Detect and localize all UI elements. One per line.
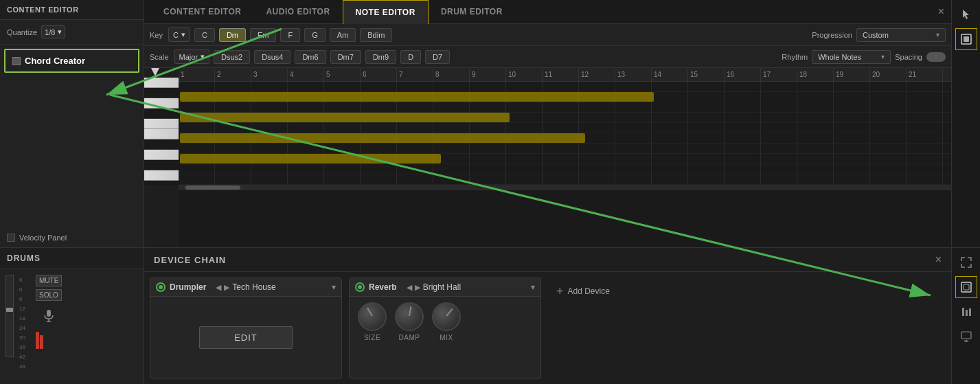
svg-rect-5 <box>961 282 971 292</box>
mic-icon <box>36 309 62 323</box>
note-bar-1[interactable] <box>180 92 654 102</box>
drums-fader[interactable]: 60612182430364248 <box>5 275 14 357</box>
chord-btn-Dsus4[interactable]: Dsus4 <box>254 50 290 64</box>
velocity-panel-checkbox[interactable] <box>7 234 15 242</box>
content-editor-title: CONTENT EDITOR <box>7 5 79 14</box>
chord-btn-Dm[interactable]: Dm <box>219 28 246 42</box>
svg-rect-10 <box>961 332 971 339</box>
expand-icon[interactable] <box>955 251 977 273</box>
reverb-preset: Bright Hall <box>423 282 461 292</box>
knob-damp-label: DAMP <box>399 334 420 341</box>
spacing-toggle[interactable] <box>926 52 946 62</box>
knob-mix[interactable] <box>432 302 461 331</box>
solo-button[interactable]: SOLO <box>36 289 62 301</box>
svg-rect-9 <box>969 308 971 316</box>
progression-arrow-icon: ▾ <box>936 31 939 38</box>
device-chain-close-icon[interactable]: × <box>935 253 942 266</box>
tab-drum-editor[interactable]: DRUM EDITOR <box>429 0 515 23</box>
rhythm-select[interactable]: Whole Notes ▾ <box>812 50 891 64</box>
key-arrow-icon: ▾ <box>181 30 185 39</box>
add-device-label: Add Device <box>568 286 610 296</box>
chord-btn-G[interactable]: G <box>304 28 326 42</box>
key-select[interactable]: C ▾ <box>168 27 190 42</box>
mixer-icon[interactable] <box>955 301 977 323</box>
reverb-nav: ◀ ▶ Bright Hall <box>407 282 461 292</box>
knob-damp-container: DAMP <box>395 302 424 341</box>
chord-btn-F[interactable]: F <box>280 28 300 42</box>
add-device-plus-icon: + <box>556 284 564 299</box>
chord-btn-Em[interactable]: Em <box>250 28 277 42</box>
drumpler-preset: Tech House <box>232 282 275 292</box>
device-chain-title: DEVICE CHAIN <box>154 255 226 265</box>
tab-audio-editor[interactable]: AUDIO EDITOR <box>253 0 342 23</box>
note-bar-4[interactable] <box>180 154 441 163</box>
piano-roll-grid[interactable]: 1 2 3 4 5 6 7 8 9 10 11 12 13 <box>179 68 951 247</box>
quantize-label: Quantize <box>7 28 37 36</box>
channel-strip: MUTE SOLO <box>36 275 62 349</box>
progression-select[interactable]: Custom ▾ <box>856 28 946 42</box>
chord-creator-section[interactable]: Chord Creator <box>4 49 139 73</box>
chord-btn-Am[interactable]: Am <box>330 28 356 42</box>
chord-btn-C[interactable]: C <box>194 28 215 42</box>
piano-keys <box>144 68 179 185</box>
progression-section: Progression Custom ▾ <box>812 28 946 42</box>
quantize-arrow-icon: ▾ <box>58 27 62 36</box>
add-device-button[interactable]: + Add Device <box>548 278 618 305</box>
right-panel <box>951 0 980 247</box>
knob-damp[interactable] <box>395 302 424 331</box>
reverb-next-icon[interactable]: ▶ <box>415 283 420 292</box>
rhythm-label: Rhythm <box>782 53 808 61</box>
editor-tabs: CONTENT EDITOR AUDIO EDITOR NOTE EDITOR … <box>144 0 951 24</box>
note-bar-2[interactable] <box>180 113 510 122</box>
cursor-icon <box>955 3 977 25</box>
rhythm-value: Whole Notes <box>818 53 878 61</box>
device-view-icon[interactable] <box>955 276 977 298</box>
scale-select[interactable]: Major ▾ <box>174 49 210 64</box>
chord-btn-Dsus2[interactable]: Dsus2 <box>214 50 250 64</box>
note-bar-3[interactable] <box>180 133 585 143</box>
drumpler-next-icon[interactable]: ▶ <box>224 283 229 292</box>
rhythm-arrow-icon: ▾ <box>881 53 885 60</box>
drumpler-edit-button[interactable]: EDIT <box>199 326 293 349</box>
key-label: Key <box>150 31 163 39</box>
reverb-dropdown-icon[interactable]: ▾ <box>531 282 535 292</box>
scale-label: Scale <box>150 53 169 61</box>
device-reverb: Reverb ◀ ▶ Bright Hall ▾ SIZE <box>349 278 541 379</box>
scrollbar-horizontal[interactable] <box>179 185 951 190</box>
chord-btn-Bdim[interactable]: Bdim <box>360 28 392 42</box>
chord-btn-Dm7[interactable]: Dm7 <box>330 50 361 64</box>
drums-title: DRUMS <box>7 253 41 263</box>
reverb-prev-icon[interactable]: ◀ <box>407 283 412 292</box>
drumpler-power-button[interactable] <box>156 282 166 292</box>
quantize-select[interactable]: 1/8 ▾ <box>41 25 65 38</box>
drumpler-prev-icon[interactable]: ◀ <box>216 283 221 292</box>
reverb-power-button[interactable] <box>355 282 365 292</box>
chord-btn-D[interactable]: D <box>400 50 421 64</box>
chord-creator-checkbox[interactable] <box>12 57 21 65</box>
svg-rect-8 <box>966 310 968 316</box>
chord-creator-label: Chord Creator <box>25 56 85 66</box>
drumpler-dropdown-icon[interactable]: ▾ <box>332 282 336 292</box>
scale-row: Scale Major ▾ Dsus2 Dsus4 Dm6 Dm7 Dm9 D … <box>144 46 951 68</box>
drumpler-nav: ◀ ▶ Tech House <box>216 282 275 292</box>
tab-note-editor[interactable]: NOTE EDITOR <box>343 0 429 24</box>
knob-mix-label: MIX <box>440 334 453 341</box>
editor-close-button[interactable]: × <box>938 5 944 18</box>
velocity-panel-label: Velocity Panel <box>19 234 67 242</box>
chord-btn-D7[interactable]: D7 <box>425 50 450 64</box>
progression-label: Progression <box>812 31 852 39</box>
quantize-value: 1/8 <box>45 28 55 36</box>
chord-row: Key C ▾ C Dm Em F G Am Bdim Progression … <box>144 24 951 46</box>
spacing-label: Spacing <box>895 53 922 61</box>
add-track-icon[interactable] <box>955 326 977 348</box>
knob-size[interactable] <box>358 302 387 331</box>
chord-btn-Dm9[interactable]: Dm9 <box>365 50 396 64</box>
svg-rect-2 <box>47 310 51 317</box>
drumpler-name: Drumpler <box>170 282 206 292</box>
tab-content-editor[interactable]: CONTENT EDITOR <box>151 0 253 23</box>
mute-button[interactable]: MUTE <box>36 275 62 286</box>
chord-btn-Dm6[interactable]: Dm6 <box>295 50 326 64</box>
plugin-icon[interactable] <box>955 28 977 50</box>
knob-mix-container: MIX <box>432 302 461 341</box>
reverb-knobs: SIZE DAMP MIX <box>350 297 540 347</box>
